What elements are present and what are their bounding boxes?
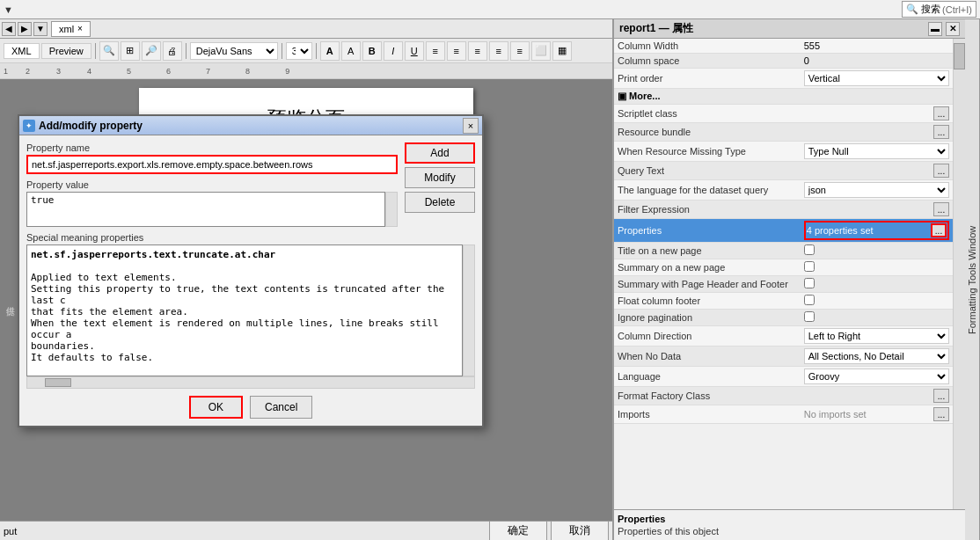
table-row: Summary on a new page — [614, 259, 953, 276]
prop-value-cell[interactable] — [801, 276, 953, 293]
font-select[interactable]: DejaVu Sans — [190, 42, 278, 60]
prop-dots-btn[interactable]: ... — [931, 223, 947, 237]
confirm-btn[interactable]: 确定 — [489, 521, 547, 540]
table-row: Column Direction Left to RightRight to L… — [614, 326, 953, 347]
underline-btn[interactable]: U — [405, 41, 424, 61]
section-header[interactable]: ▣ More... — [614, 89, 953, 105]
table-row: Format Factory Class ... — [614, 387, 953, 405]
italic-btn[interactable]: I — [384, 41, 403, 61]
props-table-container: Column Width 555 Column space 0 Print or… — [614, 39, 953, 509]
add-modify-dialog[interactable]: ✦ Add/modify property × Property name Pr… — [18, 114, 484, 427]
prop-checkbox[interactable] — [804, 244, 815, 255]
cancel-btn[interactable]: Cancel — [250, 396, 312, 419]
prop-checkbox[interactable] — [804, 311, 815, 322]
prop-value-cell[interactable]: Type Null — [801, 142, 953, 162]
hscroll-thumb[interactable] — [45, 378, 71, 387]
props-scrollbar[interactable] — [953, 39, 965, 509]
special-scrollbar[interactable] — [463, 244, 475, 376]
dialog-close-btn[interactable]: × — [463, 118, 479, 134]
prop-checkbox[interactable] — [804, 261, 815, 272]
ok-btn[interactable]: OK — [189, 396, 243, 419]
align-c7[interactable]: ▦ — [552, 41, 572, 61]
toolbar-preview-tab[interactable]: Preview — [41, 43, 91, 59]
toolbar-sep4 — [316, 43, 317, 59]
prop-value-cell[interactable]: All Sections, No Detail — [801, 347, 953, 367]
prop-checkbox[interactable] — [804, 278, 815, 288]
align-c6[interactable]: ⬜ — [531, 41, 551, 61]
prop-dots-btn[interactable]: ... — [933, 164, 949, 178]
prop-value-cell[interactable]: ... — [801, 201, 953, 219]
special-hscrollbar[interactable] — [26, 376, 475, 389]
editor-canvas: 提供 预览分页 日 dt http://blog.csdn.net/datnab… — [0, 79, 612, 521]
panel-close-btn[interactable]: ✕ — [946, 22, 960, 36]
prop-select[interactable]: Left to RightRight to Left — [804, 328, 949, 344]
property-value-textarea[interactable] — [26, 192, 385, 227]
prop-dots-btn[interactable]: ... — [933, 389, 949, 403]
align-left2-btn[interactable]: A — [341, 41, 361, 61]
dialog-overlay: ✦ Add/modify property × Property name Pr… — [0, 79, 612, 521]
tab-xml-label: xml — [59, 24, 74, 34]
nav-right[interactable]: ▶ — [18, 22, 32, 36]
align-c4[interactable]: ≡ — [489, 41, 508, 61]
table-row: Language Groovy — [614, 367, 953, 387]
prop-value-cell[interactable]: 4 properties set ... — [801, 219, 953, 243]
delete-btn[interactable]: Delete — [405, 192, 475, 213]
tab-xml[interactable]: xml × — [51, 21, 91, 37]
align-c5[interactable]: ≡ — [510, 41, 530, 61]
nav-dropdown[interactable]: ▼ — [33, 22, 48, 36]
align-left-btn[interactable]: A — [320, 41, 340, 61]
prop-value-cell[interactable]: Left to RightRight to Left — [801, 326, 953, 347]
size-select[interactable]: 3 — [286, 42, 312, 60]
nav-left[interactable]: ◀ — [2, 22, 16, 36]
property-name-input[interactable] — [26, 155, 398, 174]
prop-select[interactable]: json — [804, 182, 949, 198]
prop-value-cell[interactable] — [801, 310, 953, 326]
add-btn[interactable]: Add — [405, 142, 475, 164]
prop-value-cell[interactable]: No imports set ... — [801, 405, 953, 424]
table-row: Filter Expression ... — [614, 201, 953, 219]
prop-checkbox[interactable] — [804, 295, 815, 305]
prop-dots-btn[interactable]: ... — [933, 407, 949, 421]
table-row: Scriptlet class ... — [614, 105, 953, 123]
prop-value-cell: 0 — [801, 54, 953, 69]
print-btn[interactable]: 🖨 — [163, 41, 182, 61]
prop-value-cell[interactable]: json — [801, 180, 953, 201]
prop-value-cell[interactable]: VerticalHorizontal — [801, 69, 953, 89]
prop-select[interactable]: Groovy — [804, 369, 949, 384]
prop-select[interactable]: VerticalHorizontal — [804, 70, 949, 86]
prop-value-cell[interactable] — [801, 243, 953, 259]
zoom-out-btn[interactable]: 🔍 — [99, 41, 119, 61]
table-row: Properties 4 properties set ... — [614, 219, 953, 243]
toolbar-sep3 — [282, 43, 282, 59]
align-c3[interactable]: ≡ — [468, 41, 487, 61]
scrollbar-thumb[interactable] — [954, 43, 965, 69]
zoom-in-btn[interactable]: 🔎 — [142, 41, 161, 61]
prop-value-cell[interactable] — [801, 259, 953, 276]
special-content: net.sf.jasperreports.text.truncate.at.ch… — [26, 244, 463, 376]
zoom-fit-btn[interactable]: ⊞ — [121, 41, 140, 61]
modify-btn[interactable]: Modify — [405, 167, 475, 188]
prop-value-cell[interactable]: ... — [801, 162, 953, 180]
prop-value-cell[interactable]: ... — [801, 123, 953, 142]
prop-value-cell[interactable] — [801, 293, 953, 310]
tab-close-btn[interactable]: × — [77, 24, 83, 33]
prop-dots-btn[interactable]: ... — [933, 125, 949, 139]
property-value-scrollbar[interactable] — [385, 192, 398, 227]
prop-select[interactable]: Type Null — [804, 143, 949, 159]
align-c1[interactable]: ≡ — [426, 41, 445, 61]
prop-value-cell[interactable]: ... — [801, 105, 953, 123]
cancel-bottom-btn[interactable]: 取消 — [551, 521, 609, 540]
formatting-tools-label: Formatting Tools Window — [967, 225, 977, 333]
search-bar[interactable]: 🔍 搜索 (Ctrl+I) — [902, 1, 976, 18]
prop-value-cell[interactable]: Groovy — [801, 367, 953, 387]
prop-select[interactable]: All Sections, No Detail — [804, 348, 949, 364]
prop-name-cell: Summary on a new page — [614, 259, 801, 276]
prop-value-cell[interactable]: ... — [801, 387, 953, 405]
prop-name-cell: Column space — [614, 54, 801, 69]
panel-minimize-btn[interactable]: ▬ — [928, 22, 942, 36]
toolbar-xml-tab[interactable]: XML — [4, 43, 40, 59]
prop-dots-btn[interactable]: ... — [933, 202, 949, 216]
bold-btn[interactable]: B — [362, 41, 382, 61]
align-c2[interactable]: ≡ — [447, 41, 466, 61]
prop-dots-btn[interactable]: ... — [933, 106, 949, 120]
